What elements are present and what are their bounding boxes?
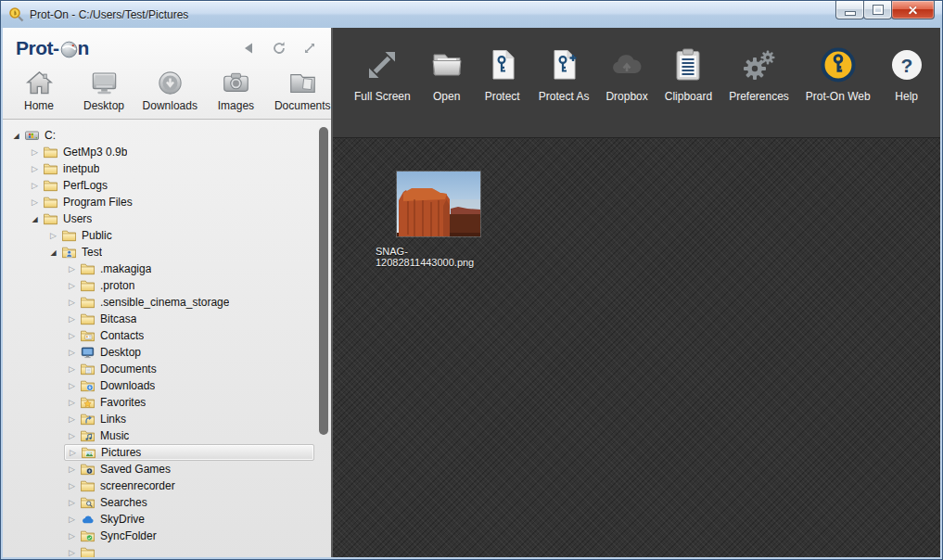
right-panel: Full Screen Open Protect Protect As Drop… [333, 28, 940, 557]
downloads-sc-shortcut-button[interactable]: Downloads [147, 69, 192, 112]
tree-expander-icon[interactable] [29, 197, 41, 207]
back-nav-button[interactable] [240, 40, 257, 57]
documents-sc-shortcut-button[interactable]: Documents [279, 69, 325, 112]
tree-expander-icon[interactable] [66, 331, 78, 340]
downloads-tree-item[interactable]: Downloads [3, 377, 331, 394]
doc-key-plus-toolbar-button[interactable]: Protect As [530, 46, 598, 103]
tree-item-icon [43, 211, 58, 226]
tree-scrollbar-thumb[interactable] [319, 127, 328, 435]
shortcut-label: Downloads [143, 99, 198, 112]
tree-item-label: SkyDrive [100, 513, 145, 526]
tree-item-icon [80, 261, 96, 276]
tree-expander-icon[interactable] [66, 281, 78, 290]
folder-tree-item[interactable]: PerfLogs [3, 177, 331, 194]
contacts-tree-item[interactable]: Contacts [3, 327, 331, 344]
folder-tree-item[interactable]: GetMp3 0.9b [3, 144, 331, 160]
tree-expander-icon[interactable] [66, 298, 78, 307]
tree-expander-icon[interactable] [29, 181, 41, 190]
file-view[interactable]: SNAG-12082811443000.png [333, 138, 940, 557]
links-tree-item[interactable]: Links [3, 411, 331, 427]
tree-item-label: Documents [100, 363, 157, 375]
tree-item-icon [43, 178, 58, 193]
desktop-sc-shortcut-button[interactable]: Desktop [83, 69, 125, 112]
expand-nav-button[interactable] [301, 40, 318, 57]
documents-tree-item[interactable]: Documents [3, 361, 331, 377]
title-bar[interactable]: Prot-On - C:/Users/Test/Pictures [1, 1, 942, 28]
searches-tree-item[interactable]: Searches [3, 494, 331, 511]
tree-item-label: C: [45, 129, 56, 142]
folder-tree-item[interactable]: Program Files [3, 194, 331, 210]
toolbar-label: Full Screen [354, 90, 411, 103]
favorites-tree-item[interactable]: Favorites [3, 394, 331, 411]
toolbar-label: Protect As [539, 90, 590, 103]
tree-item-label: screenrecorder [100, 479, 175, 492]
help-toolbar-button[interactable]: Help [879, 46, 935, 103]
maximize-window-button[interactable] [863, 1, 892, 19]
gears-toolbar-button[interactable]: Preferences [720, 46, 797, 103]
clipboard-toolbar-button[interactable]: Clipboard [656, 46, 720, 103]
cloud-toolbar-button[interactable]: Dropbox [597, 46, 656, 103]
tree-expander-icon[interactable] [66, 465, 78, 474]
drive-tree-item[interactable]: C: [3, 127, 331, 144]
tree-expander-icon[interactable] [47, 231, 59, 240]
folder-tree-item[interactable]: inetpub [3, 160, 331, 177]
folder-tree-item[interactable]: .makagiga [3, 261, 331, 277]
tree-item-label: Bitcasa [100, 312, 136, 325]
folder-tree-item[interactable] [3, 544, 331, 557]
tree-expander-icon[interactable] [66, 431, 78, 440]
app-window: Prot-On - C:/Users/Test/Pictures Prot-n [0, 0, 943, 560]
logo-text-prefix: Prot- [16, 37, 59, 59]
tree-expander-icon[interactable] [66, 414, 78, 424]
folder-tree-item[interactable]: .sensible_cinema_storage [3, 294, 331, 311]
shortcuts-bar: Home Desktop Downloads Images Do [3, 67, 331, 112]
folder-tree-item[interactable]: screenrecorder [3, 477, 331, 494]
window-button-glyph [873, 6, 883, 14]
tree-expander-icon[interactable] [66, 498, 78, 507]
tree-item-label: Desktop [100, 346, 141, 359]
tree-expander-icon[interactable] [66, 548, 78, 557]
desktop-tree-item[interactable]: Desktop [3, 344, 331, 361]
tree-expander-icon[interactable] [47, 248, 59, 257]
home-shortcut-button[interactable]: Home [18, 69, 60, 112]
tree-expander-icon[interactable] [66, 515, 78, 524]
fullscreen-toolbar-button[interactable]: Full Screen [346, 46, 419, 103]
tree-expander-icon[interactable] [66, 531, 78, 541]
shortcut-icon [288, 69, 317, 97]
tree-expander-icon[interactable] [67, 448, 79, 457]
nav-icon [302, 41, 317, 56]
close-window-button[interactable] [891, 1, 935, 19]
open-toolbar-button[interactable]: Open [419, 46, 475, 103]
saved-games-tree-item[interactable]: Saved Games [3, 461, 331, 477]
pictures-tree-item[interactable]: Pictures [3, 444, 331, 461]
tree-expander-icon[interactable] [10, 132, 22, 140]
snag-12082811443000-png-file-item[interactable]: SNAG-12082811443000.png [376, 172, 502, 268]
tree-item-icon [24, 128, 40, 143]
minimize-window-button[interactable] [835, 1, 864, 19]
tree-expander-icon[interactable] [66, 398, 78, 407]
proton-key-toolbar-button[interactable]: Prot-On Web [797, 46, 879, 103]
tree-expander-icon[interactable] [29, 164, 41, 173]
tree-expander-icon[interactable] [66, 264, 78, 274]
folder-tree-item[interactable]: Users [3, 210, 331, 227]
tree-expander-icon[interactable] [66, 314, 78, 324]
folder-tree-item[interactable]: Bitcasa [3, 311, 331, 327]
tree-expander-icon[interactable] [66, 364, 78, 374]
skydrive-tree-item[interactable]: SkyDrive [3, 511, 331, 528]
music-tree-item[interactable]: Music [3, 427, 331, 444]
tree-item-icon [80, 462, 96, 477]
toolbar-icon [363, 46, 401, 83]
folder-user-tree-item[interactable]: Test [3, 244, 331, 261]
tree-expander-icon[interactable] [29, 147, 41, 157]
doc-key-toolbar-button[interactable]: Protect [475, 46, 530, 103]
tree-expander-icon[interactable] [66, 381, 78, 390]
tree-expander-icon[interactable] [66, 348, 78, 357]
refresh-nav-button[interactable] [271, 40, 287, 57]
tree-expander-icon[interactable] [66, 481, 78, 490]
toolbar-icon [544, 46, 583, 83]
syncfolder-tree-item[interactable]: SyncFolder [3, 528, 331, 544]
images-shortcut-button[interactable]: Images [214, 69, 257, 112]
folder-tree-item[interactable]: .proton [3, 277, 331, 294]
tree-expander-icon[interactable] [29, 215, 41, 223]
folder-tree-item[interactable]: Public [3, 227, 331, 244]
tree-item-label: Program Files [63, 196, 133, 209]
